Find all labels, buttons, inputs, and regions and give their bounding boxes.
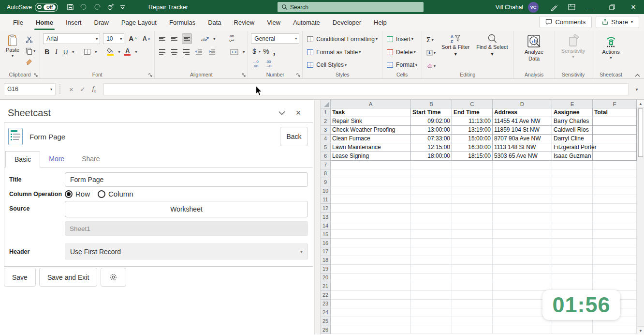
cell-A5[interactable]: Lawn Maintenance: [331, 143, 411, 152]
tab-developer[interactable]: Developer: [326, 14, 367, 31]
cell-B23[interactable]: [411, 300, 452, 308]
cell-C5[interactable]: 16:30:00: [452, 143, 493, 152]
save-button[interactable]: [67, 3, 74, 11]
cell-F8[interactable]: [593, 169, 637, 178]
cell-E16[interactable]: [552, 239, 593, 247]
cell-B15[interactable]: [411, 230, 452, 239]
cell-B17[interactable]: [411, 247, 452, 256]
cell-C23[interactable]: [452, 300, 493, 308]
cell-F20[interactable]: [593, 274, 637, 282]
cell-E8[interactable]: [552, 169, 593, 178]
collapse-ribbon-chevron-icon[interactable]: [635, 74, 640, 77]
scroll-down-icon[interactable]: ▼: [637, 326, 644, 335]
cell-A6[interactable]: Lease Signing: [331, 152, 411, 161]
cancel-formula-icon[interactable]: ×: [69, 85, 73, 93]
cell-C15[interactable]: [452, 230, 493, 239]
row-header-3[interactable]: 3: [321, 126, 331, 135]
copy-button[interactable]: ▾: [24, 46, 37, 56]
cell-D12[interactable]: [493, 204, 552, 213]
wrap-text-button[interactable]: abc↩: [228, 33, 236, 44]
font-size-combo[interactable]: 10▾: [103, 33, 124, 44]
align-center-button[interactable]: [170, 46, 179, 57]
font-name-combo[interactable]: Arial▾: [43, 33, 100, 44]
user-name[interactable]: Vill Chahal: [496, 4, 523, 11]
undo-button[interactable]: [80, 4, 88, 11]
increase-indent-button[interactable]: [207, 46, 217, 57]
font-color-chevron-icon[interactable]: ▾: [135, 50, 137, 54]
cell-E1[interactable]: Assignee: [552, 108, 593, 117]
cell-F18[interactable]: [593, 256, 637, 265]
cell-B10[interactable]: [411, 186, 452, 195]
search-input[interactable]: Search: [278, 2, 424, 12]
cell-A23[interactable]: [331, 300, 411, 308]
cell-F4[interactable]: [593, 135, 637, 143]
cell-E2[interactable]: Barry Charles: [552, 117, 593, 126]
header-select[interactable]: Use First Record▾: [65, 244, 308, 259]
row-header-5[interactable]: 5: [321, 143, 331, 152]
row-header-18[interactable]: 18: [321, 256, 331, 265]
format-cells-button[interactable]: Format▾: [385, 60, 419, 70]
cell-B25[interactable]: [411, 317, 452, 326]
row-header-22[interactable]: 22: [321, 291, 331, 300]
cell-C11[interactable]: [452, 195, 493, 204]
row-header-13[interactable]: 13: [321, 213, 331, 221]
row-header-26[interactable]: 26: [321, 325, 331, 334]
comments-button[interactable]: Comments: [539, 16, 592, 28]
cell-B21[interactable]: [411, 282, 452, 291]
cell-F14[interactable]: [593, 221, 637, 230]
cell-B8[interactable]: [411, 169, 452, 178]
cell-B4[interactable]: 07:33:00: [411, 135, 452, 143]
row-header-20[interactable]: 20: [321, 274, 331, 282]
clipboard-dialog-launcher[interactable]: [34, 73, 38, 77]
cell-E19[interactable]: [552, 265, 593, 274]
save-and-exit-button[interactable]: Save and Exit: [39, 268, 97, 287]
cell-E13[interactable]: [552, 213, 593, 221]
font-dialog-launcher[interactable]: [148, 73, 153, 77]
redo-button[interactable]: [93, 4, 101, 11]
tab-draw[interactable]: Draw: [88, 14, 115, 31]
cell-C21[interactable]: [452, 282, 493, 291]
insert-cells-button[interactable]: Insert▾: [385, 34, 419, 44]
panel-scrollbar[interactable]: [314, 100, 321, 335]
tab-file[interactable]: File: [7, 14, 29, 31]
cell-E20[interactable]: [552, 274, 593, 282]
row-header-23[interactable]: 23: [321, 300, 331, 308]
sort-filter-button[interactable]: AZ Sort & Filter▾: [439, 33, 472, 58]
row-header-1[interactable]: 1: [321, 108, 331, 117]
cell-B9[interactable]: [411, 178, 452, 187]
cell-D13[interactable]: [493, 213, 552, 221]
share-button[interactable]: Share ▾: [596, 16, 639, 28]
cell-B7[interactable]: [411, 161, 452, 169]
cell-A19[interactable]: [331, 265, 411, 274]
cell-B20[interactable]: [411, 274, 452, 282]
cell-C26[interactable]: [452, 325, 493, 334]
merge-center-button[interactable]: [229, 46, 240, 57]
close-button[interactable]: ×: [623, 0, 644, 14]
cell-F9[interactable]: [593, 178, 637, 187]
avatar[interactable]: VC: [528, 2, 539, 13]
orientation-button[interactable]: ab: [200, 33, 210, 44]
row-header-21[interactable]: 21: [321, 282, 331, 291]
cell-E10[interactable]: [552, 186, 593, 195]
fill-color-button[interactable]: [105, 46, 115, 57]
panel-tab-more[interactable]: More: [40, 151, 73, 168]
cell-C9[interactable]: [452, 178, 493, 187]
cell-E14[interactable]: [552, 221, 593, 230]
actions-button[interactable]: Actions▾: [595, 33, 627, 70]
column-header-C[interactable]: C: [452, 100, 493, 108]
find-select-button[interactable]: Find & Select▾: [474, 33, 510, 58]
row-header-10[interactable]: 10: [321, 186, 331, 195]
increase-decimal-button[interactable]: ←0.00: [251, 59, 260, 70]
cell-C12[interactable]: [452, 204, 493, 213]
cell-F11[interactable]: [593, 195, 637, 204]
italic-button[interactable]: I: [54, 46, 59, 57]
cell-A20[interactable]: [331, 274, 411, 282]
cell-A10[interactable]: [331, 186, 411, 195]
row-header-25[interactable]: 25: [321, 317, 331, 326]
cell-C25[interactable]: [452, 317, 493, 326]
cell-A21[interactable]: [331, 282, 411, 291]
settings-gear-button[interactable]: [101, 268, 126, 287]
column-header-B[interactable]: B: [411, 100, 452, 108]
decrease-font-button[interactable]: A˅: [141, 33, 151, 44]
alignment-dialog-launcher[interactable]: [242, 73, 246, 77]
